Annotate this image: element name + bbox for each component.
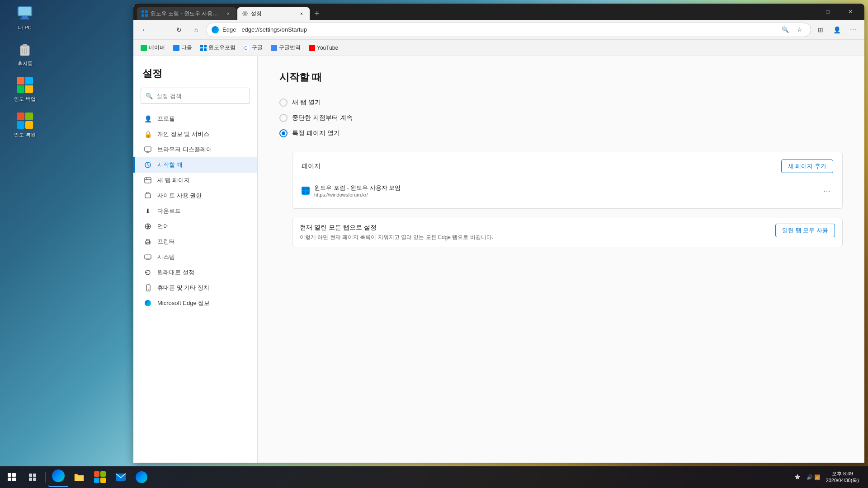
taskbar-clock[interactable]: 오후 8:49 2020/04/30(목) <box>822 470 863 484</box>
new-tab-button[interactable]: + <box>311 7 323 20</box>
settings-tab[interactable]: 설정 × <box>237 7 310 20</box>
svg-rect-3 <box>19 7 31 15</box>
desktop-icon-trash[interactable]: 휴지통 <box>9 40 41 67</box>
notification-area[interactable]: 🔊 📶 <box>807 474 821 480</box>
desktop: 내 PC 휴지통 인도 백업 <box>0 0 868 488</box>
nav-item-privacy[interactable]: 🔒 개인 정보 및 서비스 <box>133 127 257 142</box>
settings-tab-close[interactable]: × <box>298 10 305 17</box>
bookmark-windows[interactable]: 윈도우포럼 <box>197 42 239 54</box>
nav-item-system[interactable]: 시스템 <box>133 249 257 265</box>
backup-icon-label: 인도 백업 <box>14 96 35 103</box>
translate-label: 구글번역 <box>279 44 301 52</box>
bookmark-youtube[interactable]: YouTube <box>305 42 342 54</box>
radio-specific[interactable] <box>279 129 288 137</box>
startup-option-continue[interactable]: 중단한 지점부터 계속 <box>279 114 843 122</box>
nav-item-newtab-label: 새 탭 페이지 <box>157 176 190 184</box>
nav-item-printer[interactable]: 프린터 <box>133 234 257 249</box>
page-url: https://windowsforum.kr/ <box>314 192 816 197</box>
bookmark-star-button[interactable]: ☆ <box>794 24 805 35</box>
desktop-icon-restore[interactable]: 인도 복원 <box>9 112 41 138</box>
bookmark-daum[interactable]: 다음 <box>170 42 196 54</box>
startup-section-title: 시작할 때 <box>279 70 843 84</box>
system-tray-icons[interactable] <box>790 470 805 484</box>
bookmark-google[interactable]: G 구글 <box>240 42 266 54</box>
tab-bar: 윈도우 포럼 - 윈도우 사용자 모임 × 설정 × + <box>137 4 789 20</box>
profile-icon: 👤 <box>144 115 152 123</box>
bookmark-naver[interactable]: 네이버 <box>137 42 169 54</box>
nav-item-newtab[interactable]: 새 탭 페이지 <box>133 173 257 188</box>
browser-window: 윈도우 포럼 - 윈도우 사용자 모임 × 설정 × + ─ <box>133 4 864 463</box>
bookmark-translate[interactable]: 구글번역 <box>267 42 304 54</box>
daum-label: 다음 <box>181 44 192 52</box>
nav-item-startup[interactable]: 시작할 때 <box>133 157 257 173</box>
taskview-button[interactable] <box>23 467 42 487</box>
profile-button[interactable]: 👤 <box>829 22 844 38</box>
nav-item-profile[interactable]: 👤 프로필 <box>133 111 257 127</box>
google-label: 구글 <box>252 44 263 52</box>
forum-tab[interactable]: 윈도우 포럼 - 윈도우 사용자 모임 × <box>137 7 236 20</box>
home-button[interactable]: ⌂ <box>189 22 204 38</box>
minimize-button[interactable]: ─ <box>795 5 816 18</box>
settings-title: 설정 <box>133 63 257 88</box>
pages-section: 페이지 새 페이지 추가 윈도우 포럼 - 윈도우 사용자 모임 https:/… <box>292 152 843 209</box>
window-controls: ─ □ ✕ <box>795 5 861 18</box>
more-button[interactable]: ⋯ <box>845 22 861 38</box>
windows-label: 윈도우포럼 <box>208 44 236 52</box>
taskbar-mail-button[interactable] <box>111 467 131 487</box>
forum-tab-close[interactable]: × <box>225 10 232 17</box>
nav-item-siteperms[interactable]: 사이트 사용 권한 <box>133 188 257 203</box>
settings-search-box[interactable]: 🔍 <box>141 88 250 104</box>
radio-newtab[interactable] <box>279 99 288 107</box>
radio-specific-label: 특정 페이지 열기 <box>292 129 340 137</box>
svg-text:G: G <box>244 46 248 51</box>
collection-button[interactable]: ⊞ <box>813 22 828 38</box>
nav-item-mobile[interactable]: 휴대폰 및 기타 장치 <box>133 280 257 296</box>
svg-rect-28 <box>29 474 32 477</box>
address-bar[interactable]: Edge edge://settings/onStartup 🔍 ☆ <box>206 23 811 37</box>
refresh-button[interactable]: ↻ <box>171 22 187 38</box>
forum-tab-title: 윈도우 포럼 - 윈도우 사용자 모임 <box>151 10 222 18</box>
desktop-icon-pc[interactable]: 내 PC <box>9 5 41 31</box>
search-button[interactable]: 🔍 <box>780 24 791 35</box>
back-button[interactable]: ← <box>137 22 152 38</box>
taskbar-store-button[interactable] <box>90 467 110 487</box>
nav-item-reset[interactable]: 원래대로 설정 <box>133 265 257 280</box>
use-tabs-button[interactable]: 열린 탭 모두 사용 <box>775 224 835 237</box>
search-icon: 🔍 <box>146 93 153 99</box>
svg-rect-5 <box>23 44 27 47</box>
taskbar-edge-button[interactable] <box>48 467 68 487</box>
desktop-icons: 내 PC 휴지통 인도 백업 <box>9 5 41 138</box>
nav-item-about[interactable]: Microsoft Edge 정보 <box>133 296 257 311</box>
pages-label: 페이지 <box>302 162 321 170</box>
use-tabs-desc: 이렇게 하면 현재 페이지 목록이 지워지고 열려 있는 모든 Edge 탭으로… <box>300 234 766 241</box>
taskbar-files-button[interactable] <box>69 467 89 487</box>
translate-favicon <box>271 45 277 51</box>
nav-item-language-label: 언어 <box>157 222 169 230</box>
maximize-button[interactable]: □ <box>817 5 838 18</box>
nav-item-appearance[interactable]: 브라우저 디스플레이 <box>133 142 257 157</box>
start-button[interactable] <box>2 467 22 487</box>
nav-item-language[interactable]: 언어 <box>133 219 257 234</box>
forward-button[interactable]: → <box>154 22 170 38</box>
nav-item-downloads[interactable]: ⬇ 다운로드 <box>133 203 257 219</box>
page-more-button[interactable]: ⋯ <box>821 184 833 197</box>
newtab-icon <box>144 176 152 184</box>
startup-option-newtab[interactable]: 새 탭 열기 <box>279 99 843 107</box>
taskbar: 🔊 📶 오후 8:49 2020/04/30(목) <box>0 466 868 488</box>
nav-item-privacy-label: 개인 정보 및 서비스 <box>157 130 209 138</box>
radio-newtab-label: 새 탭 열기 <box>292 99 321 107</box>
settings-search-input[interactable] <box>156 93 245 99</box>
svg-rect-31 <box>33 478 36 481</box>
nav-icons: ⊞ 👤 ⋯ <box>813 22 861 38</box>
svg-rect-24 <box>145 255 151 259</box>
svg-rect-18 <box>145 194 151 198</box>
startup-option-specific[interactable]: 특정 페이지 열기 <box>279 129 843 137</box>
trash-icon-label: 휴지통 <box>18 60 33 67</box>
close-button[interactable]: ✕ <box>840 5 861 18</box>
desktop-icon-backup[interactable]: 인도 백업 <box>9 76 41 103</box>
svg-rect-29 <box>33 474 36 477</box>
add-page-button[interactable]: 새 페이지 추가 <box>781 160 833 173</box>
radio-continue[interactable] <box>279 114 288 122</box>
taskbar-msedge-button[interactable] <box>132 467 151 487</box>
svg-point-23 <box>149 242 150 243</box>
